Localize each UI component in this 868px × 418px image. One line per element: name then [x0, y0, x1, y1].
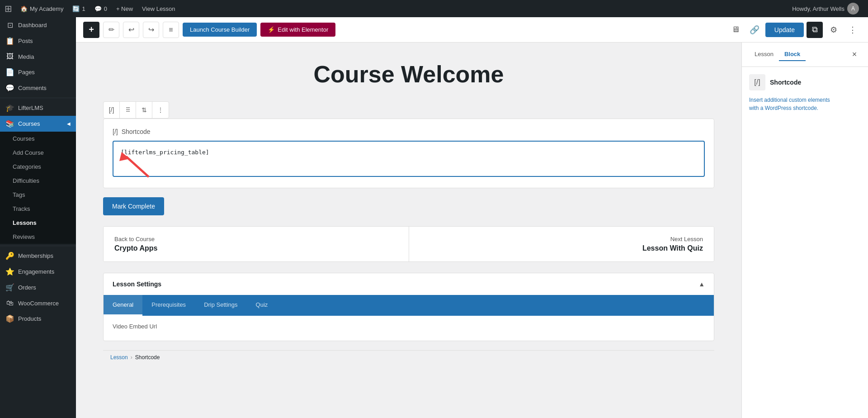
- tab-general[interactable]: General: [104, 295, 142, 316]
- lesson-settings-header[interactable]: Lesson Settings ▲: [104, 273, 714, 295]
- block-drag-button[interactable]: ⠿: [120, 102, 136, 118]
- panel-tab-block[interactable]: Block: [779, 48, 806, 61]
- move-icon: ⇅: [142, 106, 147, 114]
- sidebar: ⊡ Dashboard 📋 Posts 🖼 Media 📄 Pages 💬 Co…: [0, 17, 76, 418]
- block-shortcode-button[interactable]: [/]: [104, 102, 120, 118]
- panel-close-button[interactable]: ×: [848, 48, 861, 61]
- sidebar-item-woocommerce[interactable]: 🛍 WooCommerce: [0, 295, 76, 311]
- back-to-course-title: Crypto Apps: [114, 244, 398, 252]
- breadcrumb-separator: ›: [131, 354, 132, 361]
- sidebar-item-courses-sub[interactable]: Courses: [0, 132, 76, 146]
- admin-bar-site[interactable]: 🏠 My Academy: [16, 0, 68, 17]
- drag-icon: ⠿: [126, 106, 130, 114]
- wp-logo-icon: ⊞: [5, 3, 12, 14]
- block-more-button[interactable]: ⋮: [152, 102, 169, 118]
- sidebar-item-comments[interactable]: 💬 Comments: [0, 80, 76, 96]
- shortcode-header-icon: [/]: [113, 128, 118, 135]
- admin-bar-updates[interactable]: 🔄 1: [68, 0, 90, 17]
- undo-button[interactable]: ↩: [123, 22, 139, 38]
- admin-bar-comments[interactable]: 💬 0: [90, 0, 112, 17]
- admin-bar-user: Howdy, Arthur Wells A: [788, 3, 863, 14]
- panel-block-header: [/] Shortcode: [749, 74, 861, 90]
- external-link-icon: 🔗: [750, 25, 760, 35]
- posts-icon: 📋: [5, 37, 14, 45]
- fullscreen-button[interactable]: ⚙: [826, 22, 842, 38]
- admin-bar-new[interactable]: + New: [112, 0, 137, 17]
- panel-block-title: Shortcode: [770, 79, 801, 86]
- external-link-button[interactable]: 🔗: [746, 22, 763, 38]
- media-icon: 🖼: [5, 52, 14, 61]
- sidebar-item-add-course[interactable]: Add Course: [0, 146, 76, 160]
- tab-prerequisites[interactable]: Prerequisites: [142, 295, 195, 316]
- sidebar-item-tracks[interactable]: Tracks: [0, 202, 76, 216]
- launch-course-builder-button[interactable]: Launch Course Builder: [183, 23, 257, 37]
- lesson-settings-content: Video Embed Url: [104, 316, 714, 341]
- page-title: Course Welcome: [103, 61, 714, 88]
- next-lesson-card[interactable]: Next Lesson Lesson With Quiz: [409, 227, 714, 261]
- orders-icon: 🛒: [5, 283, 14, 292]
- toolbar-right: 🖥 🔗 Update ⧉ ⚙ ⋮: [727, 22, 861, 38]
- more-dots-icon: ⋮: [157, 106, 164, 114]
- sidebar-item-difficulties[interactable]: Difficulties: [0, 174, 76, 188]
- sidebar-item-engagements[interactable]: ⭐ Engagements: [0, 264, 76, 280]
- update-button[interactable]: Update: [765, 23, 804, 37]
- panel-body: [/] Shortcode Insert additional custom e…: [742, 67, 868, 418]
- sidebar-item-tags[interactable]: Tags: [0, 188, 76, 202]
- tab-drip-settings[interactable]: Drip Settings: [195, 295, 246, 316]
- lifterlms-icon: 🎓: [5, 104, 14, 112]
- sidebar-item-products[interactable]: 📦 Products: [0, 311, 76, 327]
- tab-quiz[interactable]: Quiz: [247, 295, 277, 316]
- shortcode-block-icon: [/]: [109, 106, 114, 114]
- list-icon: ≡: [169, 26, 173, 34]
- list-view-button[interactable]: ≡: [163, 22, 179, 38]
- split-view-button[interactable]: ⧉: [807, 22, 823, 38]
- video-embed-label: Video Embed Url: [113, 323, 705, 330]
- mark-complete-button[interactable]: Mark Complete: [103, 197, 164, 215]
- panel-tab-lesson[interactable]: Lesson: [749, 48, 779, 61]
- sidebar-item-reviews[interactable]: Reviews: [0, 230, 76, 244]
- shortcode-textarea[interactable]: [113, 141, 705, 177]
- desktop-icon: 🖥: [731, 25, 740, 34]
- comments-icon: 💬: [94, 5, 102, 12]
- breadcrumb-current: Shortcode: [135, 354, 160, 361]
- shortcode-header: [/] Shortcode: [113, 128, 705, 135]
- next-lesson-title: Lesson With Quiz: [420, 244, 703, 252]
- admin-bar-view-lesson[interactable]: View Lesson: [137, 0, 179, 17]
- pages-icon: 📄: [5, 68, 14, 76]
- block-move-button[interactable]: ⇅: [136, 102, 152, 118]
- sidebar-item-media[interactable]: 🖼 Media: [0, 49, 76, 64]
- panel-header: Lesson Block ×: [742, 43, 868, 67]
- memberships-icon: 🔑: [5, 252, 14, 260]
- products-icon: 📦: [5, 314, 14, 323]
- breadcrumb: Lesson › Shortcode: [103, 350, 714, 364]
- main-layout: ⊡ Dashboard 📋 Posts 🖼 Media 📄 Pages 💬 Co…: [0, 17, 868, 418]
- edit-mode-button[interactable]: ✏: [103, 22, 119, 38]
- lesson-tabs: General Prerequisites Drip Settings Quiz: [104, 295, 714, 316]
- sidebar-item-categories[interactable]: Categories: [0, 160, 76, 174]
- sidebar-item-lessons[interactable]: Lessons: [0, 216, 76, 230]
- back-to-course-card[interactable]: Back to Course Crypto Apps: [104, 227, 409, 261]
- sidebar-item-orders[interactable]: 🛒 Orders: [0, 280, 76, 295]
- sidebar-item-posts[interactable]: 📋 Posts: [0, 33, 76, 49]
- sidebar-item-lifterlms[interactable]: 🎓 LifterLMS: [0, 100, 76, 116]
- sidebar-item-courses[interactable]: 📚 Courses ◀: [0, 116, 76, 132]
- site-icon: 🏠: [20, 5, 28, 12]
- panel-block-desc: Insert additional custom elements with a…: [749, 96, 861, 112]
- split-icon: ⧉: [812, 25, 818, 34]
- lesson-settings: Lesson Settings ▲ General Prerequisites …: [103, 273, 714, 341]
- redo-button[interactable]: ↪: [143, 22, 159, 38]
- woocommerce-icon: 🛍: [5, 299, 14, 307]
- edit-with-elementor-button[interactable]: Edit with Elementor: [260, 23, 335, 37]
- editor-panel-layout: Course Welcome [/] ⠿ ⇅ ⋮: [76, 43, 868, 418]
- breadcrumb-parent[interactable]: Lesson: [110, 354, 128, 361]
- updates-icon: 🔄: [72, 5, 80, 12]
- sidebar-item-dashboard[interactable]: ⊡ Dashboard: [0, 17, 76, 33]
- sidebar-item-pages[interactable]: 📄 Pages: [0, 64, 76, 80]
- add-block-button[interactable]: +: [83, 22, 99, 38]
- content-area: + ✏ ↩ ↪ ≡ Launch Course Builder Edit wit…: [76, 17, 868, 418]
- desktop-view-button[interactable]: 🖥: [727, 22, 744, 38]
- sidebar-item-memberships[interactable]: 🔑 Memberships: [0, 248, 76, 264]
- editor-toolbar: + ✏ ↩ ↪ ≡ Launch Course Builder Edit wit…: [76, 17, 868, 43]
- undo-icon: ↩: [128, 25, 134, 34]
- more-options-button[interactable]: ⋮: [844, 22, 861, 38]
